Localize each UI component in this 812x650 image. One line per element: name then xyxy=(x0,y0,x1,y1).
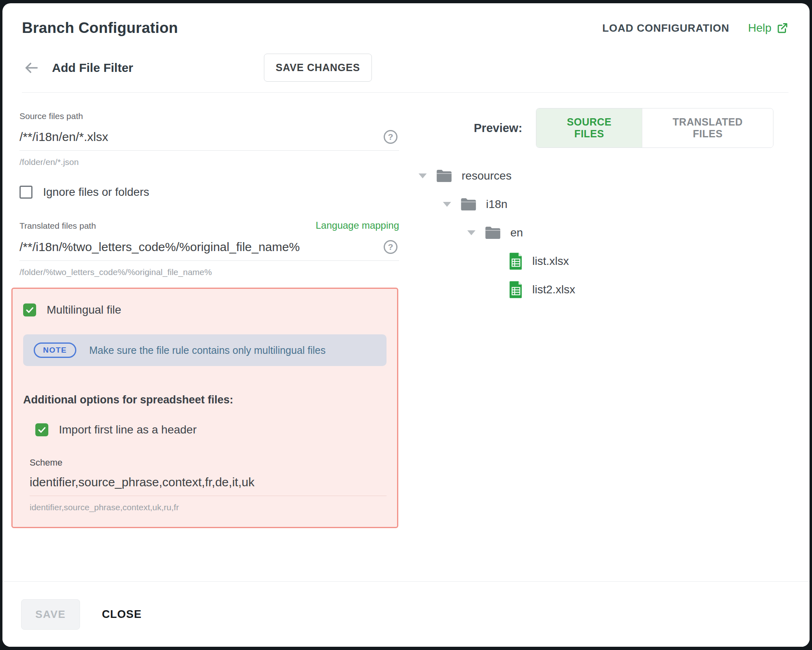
subheader: Add File Filter SAVE CHANGES xyxy=(22,54,788,82)
source-path-hint: /folder/en/*.json xyxy=(19,157,399,167)
tree-row-folder[interactable]: resources xyxy=(419,162,773,190)
translated-path-label: Translated files path xyxy=(19,221,96,231)
tree-item-label: en xyxy=(510,226,523,239)
load-configuration-button[interactable]: LOAD CONFIGURATION xyxy=(603,22,730,35)
filter-form: Source files path /folder/en/*.json Igno… xyxy=(19,93,399,528)
page-title: Branch Configuration xyxy=(22,20,178,37)
save-button[interactable]: SAVE xyxy=(21,599,80,630)
spreadsheet-file-icon xyxy=(509,252,523,271)
checkmark-icon xyxy=(25,305,35,315)
language-mapping-link[interactable]: Language mapping xyxy=(315,220,399,231)
note-badge: NOTE xyxy=(34,342,76,358)
multilingual-label: Multilingual file xyxy=(47,303,121,316)
tree-item-label: list2.xlsx xyxy=(532,283,575,296)
dialog-header: Branch Configuration LOAD CONFIGURATION … xyxy=(2,3,810,93)
first-line-header-checkbox-row[interactable]: Import first line as a header xyxy=(35,423,387,436)
save-changes-button[interactable]: SAVE CHANGES xyxy=(264,54,372,82)
triangle-down-icon[interactable] xyxy=(443,202,452,207)
preview-label: Preview: xyxy=(474,121,522,135)
ignore-files-label: Ignore files or folders xyxy=(43,186,149,199)
question-circle-icon[interactable] xyxy=(384,240,397,254)
first-line-header-label: Import first line as a header xyxy=(59,423,197,436)
note-text: Make sure the file rule contains only mu… xyxy=(89,344,326,356)
external-link-icon xyxy=(776,22,788,34)
scheme-hint: identifier,source_phrase,context,uk,ru,f… xyxy=(30,503,387,512)
ignore-files-checkbox-row[interactable]: Ignore files or folders xyxy=(19,186,399,199)
scheme-input[interactable] xyxy=(30,475,379,489)
help-link[interactable]: Help xyxy=(748,22,788,35)
note-bar: NOTE Make sure the file rule contains on… xyxy=(23,334,387,366)
multilingual-checkbox-row[interactable]: Multilingual file xyxy=(23,303,387,316)
multilingual-checkbox[interactable] xyxy=(23,303,36,316)
file-tree: resources i18n en xyxy=(408,162,773,304)
preview-panel: Preview: SOURCE FILESTRANSLATED FILES re… xyxy=(408,93,773,304)
back-button[interactable] xyxy=(22,60,41,76)
tree-item-label: resources xyxy=(462,169,512,182)
back-arrow-icon xyxy=(22,60,41,76)
branch-configuration-dialog: Branch Configuration LOAD CONFIGURATION … xyxy=(2,3,810,647)
multilingual-highlight-box: Multilingual file NOTE Make sure the fil… xyxy=(11,288,398,528)
translated-path-hint: /folder/%two_letters_code%/%original_fil… xyxy=(19,267,399,277)
spreadsheet-file-icon xyxy=(509,280,523,299)
first-line-header-checkbox[interactable] xyxy=(35,423,48,436)
dialog-footer: SAVE CLOSE xyxy=(2,581,810,647)
source-path-input-row xyxy=(19,124,399,151)
preview-tab-source-files[interactable]: SOURCE FILES xyxy=(536,108,642,147)
triangle-down-icon[interactable] xyxy=(467,230,476,235)
preview-tab-translated-files[interactable]: TRANSLATED FILES xyxy=(642,108,773,147)
ignore-files-checkbox[interactable] xyxy=(19,186,32,199)
source-path-label: Source files path xyxy=(19,111,399,121)
question-circle-icon[interactable] xyxy=(384,130,397,144)
subheader-title: Add File Filter xyxy=(52,61,133,75)
tree-item-label: i18n xyxy=(486,198,508,211)
tree-row-folder[interactable]: en xyxy=(419,219,773,247)
tree-row-file[interactable]: list.xlsx xyxy=(419,247,773,275)
tree-row-file[interactable]: list2.xlsx xyxy=(419,275,773,304)
source-path-input[interactable] xyxy=(19,130,361,144)
tree-row-folder[interactable]: i18n xyxy=(419,190,773,219)
translated-path-input[interactable] xyxy=(19,240,361,254)
triangle-down-icon[interactable] xyxy=(419,173,428,178)
folder-icon xyxy=(484,225,501,240)
close-button[interactable]: CLOSE xyxy=(102,608,142,621)
translated-path-input-row xyxy=(19,234,399,261)
folder-icon xyxy=(436,169,453,183)
tree-item-label: list.xlsx xyxy=(532,255,569,268)
scheme-label: Scheme xyxy=(30,457,387,468)
help-link-label: Help xyxy=(748,22,771,35)
checkmark-icon xyxy=(37,425,47,435)
folder-icon xyxy=(460,197,477,212)
spreadsheet-options-heading: Additional options for spreadsheet files… xyxy=(23,394,387,406)
preview-tabs: SOURCE FILESTRANSLATED FILES xyxy=(536,108,773,148)
scheme-input-row xyxy=(30,470,387,496)
